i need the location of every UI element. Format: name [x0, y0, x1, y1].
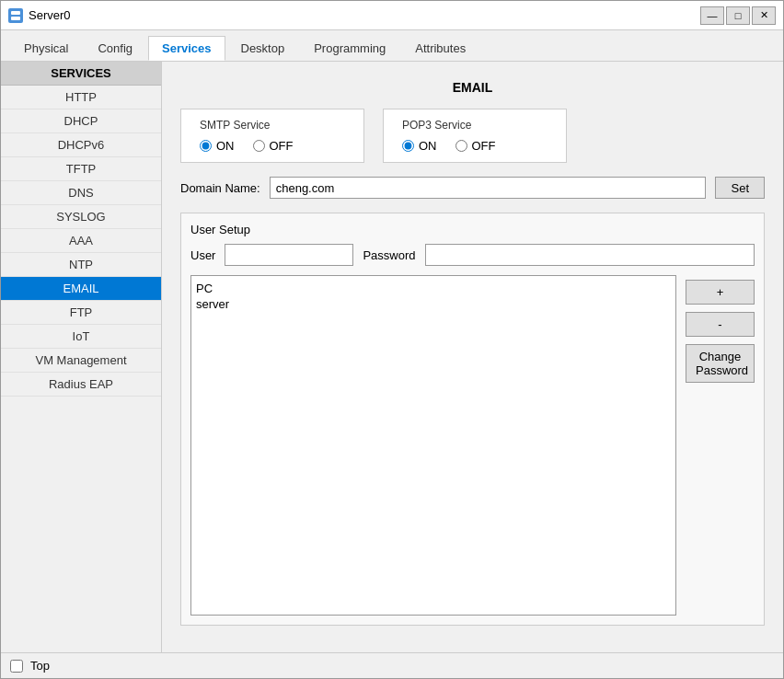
- user-setup-section: User Setup User Password PC server +: [180, 213, 765, 626]
- sidebar-list: HTTP DHCP DHCPv6 TFTP DNS SYSLOG AAA NTP…: [1, 86, 161, 652]
- user-setup-title: User Setup: [190, 223, 755, 236]
- sidebar-item-radius-eap[interactable]: Radius EAP: [1, 373, 161, 397]
- close-button[interactable]: ✕: [752, 6, 776, 25]
- smtp-on-radio[interactable]: [200, 140, 212, 152]
- pop3-off-radio[interactable]: [455, 140, 467, 152]
- sidebar-item-dhcp[interactable]: DHCP: [1, 109, 161, 133]
- sidebar-item-aaa[interactable]: AAA: [1, 229, 161, 253]
- tab-bar: Physical Config Services Desktop Program…: [1, 30, 783, 62]
- password-label: Password: [363, 248, 415, 262]
- content-area: EMAIL SMTP Service ON OFF: [162, 62, 783, 652]
- users-list-box[interactable]: PC server: [190, 275, 676, 616]
- smtp-on-label[interactable]: ON: [200, 139, 235, 153]
- pop3-off-text: OFF: [472, 139, 496, 153]
- user-pass-row: User Password: [190, 244, 755, 266]
- smtp-radio-row: ON OFF: [200, 139, 345, 153]
- remove-user-button[interactable]: -: [686, 312, 755, 337]
- title-bar: Server0 — □ ✕: [1, 1, 783, 30]
- sidebar-item-http[interactable]: HTTP: [1, 86, 161, 109]
- title-bar-left: Server0: [8, 8, 71, 23]
- bottom-bar: Top: [1, 652, 783, 678]
- smtp-on-text: ON: [216, 139, 235, 153]
- smtp-off-radio[interactable]: [253, 140, 265, 152]
- sidebar-item-email[interactable]: EMAIL: [1, 277, 161, 301]
- change-label: Change: [699, 350, 742, 363]
- sidebar-item-dns[interactable]: DNS: [1, 181, 161, 205]
- domain-name-row: Domain Name: Set: [180, 177, 765, 199]
- users-panel-row: PC server + - Change Password: [190, 275, 755, 616]
- main-content: SERVICES HTTP DHCP DHCPv6 TFTP DNS SYSLO…: [1, 62, 783, 652]
- user-label: User: [190, 248, 215, 262]
- top-label: Top: [30, 659, 50, 673]
- server-icon: [8, 8, 23, 23]
- sidebar-item-tftp[interactable]: TFTP: [1, 157, 161, 181]
- sidebar: SERVICES HTTP DHCP DHCPv6 TFTP DNS SYSLO…: [1, 62, 162, 652]
- tab-programming[interactable]: Programming: [300, 36, 399, 61]
- add-user-button[interactable]: +: [686, 280, 755, 305]
- sidebar-header: SERVICES: [1, 62, 161, 86]
- users-actions: + - Change Password: [686, 275, 755, 616]
- domain-name-label: Domain Name:: [180, 181, 260, 195]
- smtp-off-text: OFF: [270, 139, 294, 153]
- sidebar-item-syslog[interactable]: SYSLOG: [1, 205, 161, 229]
- list-item: PC: [196, 281, 671, 296]
- pop3-service-box: POP3 Service ON OFF: [383, 109, 567, 163]
- user-input[interactable]: [225, 244, 353, 266]
- tab-attributes[interactable]: Attributes: [401, 36, 479, 61]
- top-checkbox[interactable]: [10, 660, 23, 673]
- tab-config[interactable]: Config: [84, 36, 146, 61]
- tab-desktop[interactable]: Desktop: [227, 36, 299, 61]
- sidebar-item-dhcpv6[interactable]: DHCPv6: [1, 133, 161, 157]
- sidebar-item-iot[interactable]: IoT: [1, 325, 161, 349]
- maximize-button[interactable]: □: [726, 6, 750, 25]
- smtp-off-label[interactable]: OFF: [253, 139, 294, 153]
- main-window: Server0 — □ ✕ Physical Config Services D…: [0, 0, 784, 679]
- pop3-off-label[interactable]: OFF: [455, 139, 496, 153]
- password-btn-label: Password: [696, 363, 748, 377]
- svg-rect-1: [11, 17, 20, 20]
- smtp-label: SMTP Service: [200, 119, 345, 132]
- pop3-on-label[interactable]: ON: [402, 139, 437, 153]
- tab-physical[interactable]: Physical: [10, 36, 82, 61]
- pop3-on-radio[interactable]: [402, 140, 414, 152]
- minimize-button[interactable]: —: [700, 6, 724, 25]
- sidebar-item-ftp[interactable]: FTP: [1, 301, 161, 325]
- window-title: Server0: [29, 8, 71, 22]
- sidebar-item-ntp[interactable]: NTP: [1, 253, 161, 277]
- set-button[interactable]: Set: [715, 177, 765, 199]
- email-title: EMAIL: [180, 80, 765, 95]
- change-password-button[interactable]: Change Password: [686, 344, 755, 383]
- pop3-on-text: ON: [419, 139, 437, 153]
- sidebar-item-vm-management[interactable]: VM Management: [1, 349, 161, 373]
- password-input[interactable]: [425, 244, 755, 266]
- window-controls: — □ ✕: [700, 6, 776, 25]
- smtp-pop3-row: SMTP Service ON OFF POP3 Servic: [180, 109, 765, 163]
- smtp-service-box: SMTP Service ON OFF: [180, 109, 364, 163]
- list-item: server: [196, 296, 671, 312]
- pop3-radio-row: ON OFF: [402, 139, 548, 153]
- tab-services[interactable]: Services: [148, 36, 225, 61]
- domain-name-input[interactable]: [270, 177, 707, 199]
- pop3-label: POP3 Service: [402, 119, 548, 132]
- svg-rect-0: [11, 11, 20, 15]
